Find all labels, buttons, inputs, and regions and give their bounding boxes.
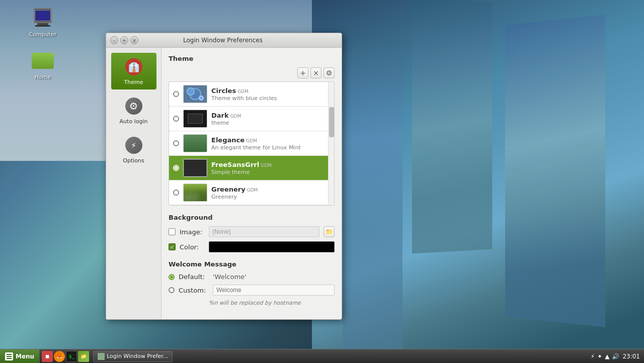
theme-radio-greenery[interactable] (173, 190, 179, 196)
sidebar-item-autologin[interactable]: ⚙ Auto login (111, 92, 156, 129)
theme-thumb-greenery (183, 184, 207, 202)
bg-image-checkbox[interactable] (169, 228, 176, 235)
theme-name-row-freesansgrrl: FreeSansGrrl GDM (211, 161, 330, 168)
sidebar-item-theme[interactable]: 👔 Theme (111, 53, 156, 89)
maximize-button[interactable]: + (120, 36, 128, 44)
taskbar: Menu ◼ 🦊 $_ 📁 Login Window Prefer... ⚡ ✦… (0, 349, 644, 363)
theme-name-freesansgrrl: FreeSansGrrl (211, 161, 259, 168)
volume-icon: 🔊 (612, 353, 619, 360)
home-icon (31, 48, 55, 72)
desktop-icons: Computer Home (23, 5, 63, 80)
building-glass-1 (505, 15, 605, 327)
theme-item-dark[interactable]: Dark GDM theme (169, 107, 334, 131)
theme-desc-elegance: An elegant theme for Linux Mint (211, 144, 330, 151)
theme-name-circles: Circles (211, 87, 236, 95)
theme-item-circles[interactable]: Circles GDM Theme with blue circles (169, 82, 334, 107)
sidebar-item-options[interactable]: ⚡ Options (111, 131, 156, 168)
welcome-default-radio[interactable] (169, 274, 175, 280)
welcome-default-row: Default: 'Welcome' (169, 273, 335, 281)
dialog-titlebar[interactable]: – + × Login Window Preferences (106, 33, 342, 48)
home-label: Home (35, 74, 51, 80)
theme-toolbar: + × ⚙ (169, 67, 335, 78)
theme-name-dark: Dark (211, 112, 229, 119)
close-button[interactable]: × (130, 36, 138, 44)
remove-theme-button[interactable]: × (310, 67, 321, 78)
dialog-sidebar: 👔 Theme ⚙ Auto login ⚡ Options (106, 48, 162, 319)
theme-name-row-elegance: Elegance GDM (211, 136, 330, 144)
title-buttons: – + × (110, 36, 138, 44)
welcome-custom-row: Custom: (169, 285, 335, 296)
bg-color-label: Color: (180, 243, 205, 251)
dialog-main-content: Theme + × ⚙ (162, 48, 342, 319)
bg-color-row: ✓ Color: (169, 241, 335, 252)
theme-item-freesansgrrl[interactable]: FreeSansGrrl GDM Simple theme (169, 156, 334, 180)
theme-section-title: Theme (169, 55, 335, 62)
bg-image-browse-button[interactable]: 📁 (324, 226, 335, 237)
theme-desc-dark: theme (211, 120, 330, 126)
computer-label: Computer (29, 31, 57, 38)
building-glass-3 (343, 49, 403, 353)
background-section-title: Background (169, 214, 335, 221)
theme-item-elegance[interactable]: Elegance GDM An elegant theme for Linux … (169, 131, 334, 156)
theme-radio-elegance[interactable] (173, 140, 179, 146)
taskbar-app-1[interactable]: ◼ (42, 351, 53, 362)
color-swatch[interactable] (209, 241, 335, 252)
building-glass-2 (412, 0, 492, 253)
theme-name-row-circles: Circles GDM (211, 87, 330, 95)
bg-color-checkbox[interactable]: ✓ (169, 243, 176, 250)
menu-icon-line3 (7, 358, 12, 359)
menu-button[interactable]: Menu (0, 349, 40, 363)
theme-item-greenery[interactable]: Greenery GDM Greenery (169, 180, 334, 205)
dialog-title: Login Window Preferences (138, 37, 307, 44)
minimize-button[interactable]: – (110, 36, 118, 44)
desktop-icon-computer[interactable]: Computer (23, 5, 63, 38)
desktop: Computer Home – + × Login Window Prefere… (0, 0, 644, 363)
theme-radio-circles[interactable] (173, 91, 179, 97)
login-window-preferences-dialog: – + × Login Window Preferences 👔 Theme ⚙ (106, 33, 342, 320)
theme-list: Circles GDM Theme with blue circles (169, 81, 335, 206)
theme-info-freesansgrrl: FreeSansGrrl GDM Simple theme (211, 161, 330, 175)
autologin-label: Auto login (120, 118, 148, 125)
theme-radio-dark[interactable] (173, 116, 179, 122)
theme-info-greenery: Greenery GDM Greenery (211, 186, 330, 200)
options-icon: ⚡ (124, 135, 144, 155)
freesans-thumb-img (184, 159, 207, 176)
theme-info-dark: Dark GDM theme (211, 112, 330, 126)
menu-icon-line1 (7, 354, 12, 355)
greenery-thumb-img (184, 184, 207, 201)
desktop-icon-home[interactable]: Home (23, 48, 63, 80)
welcome-default-label: Default: (179, 273, 209, 281)
theme-icon: 👔 (124, 57, 144, 77)
taskbar-window-icon (98, 353, 105, 360)
welcome-custom-radio[interactable] (169, 287, 175, 293)
welcome-custom-input[interactable] (213, 285, 335, 296)
menu-icon (5, 352, 13, 360)
theme-name-elegance: Elegance (211, 136, 245, 144)
theme-thumb-elegance (183, 134, 207, 152)
background-section: Background Image: 📁 ✓ Color: (169, 214, 335, 252)
theme-radio-freesansgrrl[interactable] (173, 165, 179, 171)
bg-image-input[interactable] (209, 226, 319, 237)
bg-image-row: Image: 📁 (169, 226, 335, 237)
taskbar-terminal[interactable]: $_ (66, 351, 77, 362)
scrollbar-thumb[interactable] (329, 107, 334, 137)
add-theme-button[interactable]: + (297, 67, 308, 78)
gdm-badge-circles: GDM (237, 89, 249, 94)
taskbar-window-item[interactable]: Login Window Prefer... (93, 351, 173, 362)
welcome-hint: %n will be replaced by hostname (209, 300, 335, 306)
theme-name-greenery: Greenery (211, 186, 246, 193)
gdm-badge-freesansgrrl: GDM (261, 163, 272, 168)
taskbar-apps: ◼ 🦊 $_ 📁 (40, 349, 91, 363)
gdm-badge-elegance: GDM (246, 138, 257, 143)
theme-thumb-circles (183, 85, 207, 103)
theme-settings-button[interactable]: ⚙ (324, 67, 335, 78)
gdm-badge-greenery: GDM (247, 188, 258, 193)
clock: 23:01 (622, 353, 640, 360)
taskbar-firefox[interactable]: 🦊 (54, 351, 65, 362)
options-icon-inner: ⚡ (125, 137, 142, 154)
theme-label: Theme (124, 79, 143, 85)
tray-icons: ⚡ ✦ ▲ 🔊 (591, 353, 620, 360)
theme-scrollbar[interactable] (328, 82, 334, 205)
taskbar-files[interactable]: 📁 (78, 351, 89, 362)
bluetooth-icon: ✦ (597, 353, 602, 360)
